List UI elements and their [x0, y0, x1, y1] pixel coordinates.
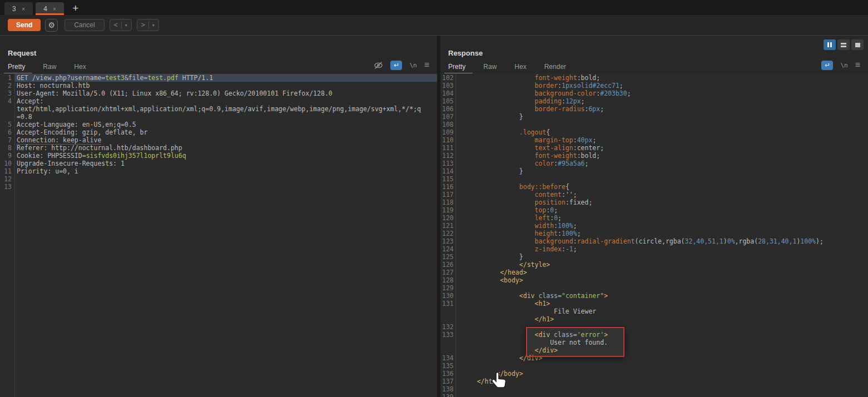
code-line[interactable]: 133 <div class='error'>: [440, 331, 868, 339]
repeater-tab-3[interactable]: 3 ×: [4, 2, 33, 15]
code-line[interactable]: 6Accept-Encoding: gzip, deflate, br: [0, 128, 437, 136]
code-line[interactable]: 2Host: nocturnal.htb: [0, 82, 437, 90]
line-number: 109: [440, 128, 455, 136]
code-line[interactable]: 3User-Agent: Mozilla/5.0 (X11; Linux x86…: [0, 90, 437, 97]
tab-request-raw[interactable]: Raw: [43, 63, 56, 75]
request-view-tabs: Pretty Raw Hex: [8, 63, 437, 75]
line-number: 11: [0, 167, 14, 175]
code-line[interactable]: </h1>: [440, 315, 868, 323]
code-line[interactable]: 113 color:#95a5a6;: [440, 160, 868, 167]
eye-slash-icon[interactable]: [374, 61, 383, 70]
burp-repeater-window: { "colors": { "accent": "#e0622d", "erro…: [0, 0, 868, 397]
columns-glyph: [830, 42, 832, 47]
code-line[interactable]: 10Upgrade-Insecure-Requests: 1: [0, 160, 437, 167]
cancel-button[interactable]: Cancel: [65, 19, 104, 31]
code-line[interactable]: 13: [0, 183, 437, 191]
code-line[interactable]: 118 position:fixed;: [440, 198, 868, 206]
close-tab-icon[interactable]: ×: [53, 6, 56, 12]
request-editor[interactable]: 1GET /view.php?username=test3&file=test.…: [0, 73, 437, 397]
send-button[interactable]: Send: [8, 19, 41, 31]
code-line[interactable]: 103 border:1pxsolid#2ecc71;: [440, 82, 868, 90]
single-panel-layout-button[interactable]: [851, 39, 864, 50]
code-line[interactable]: 112 font-weight:bold;: [440, 152, 868, 160]
code-line[interactable]: 1GET /view.php?username=test3&file=test.…: [0, 74, 437, 82]
code-line[interactable]: 128 <body>: [440, 276, 868, 284]
code-line[interactable]: 136 </body>: [440, 370, 868, 378]
code-line[interactable]: 115: [440, 175, 868, 183]
code-line[interactable]: 11Priority: u=0, i: [0, 167, 437, 175]
code-line[interactable]: 117 content:'';: [440, 191, 868, 198]
line-number: 122: [440, 230, 455, 237]
code-line[interactable]: 111 text-align:center;: [440, 144, 868, 152]
response-editor[interactable]: 102 font-weight:bold;103 border:1pxsolid…: [440, 73, 868, 397]
repeater-tab-4[interactable]: 4 ×: [36, 2, 64, 15]
code-line[interactable]: 5Accept-Language: en-US,en;q=0.5: [0, 121, 437, 128]
code-line[interactable]: 131 <h1>: [440, 300, 868, 307]
code-line[interactable]: 107 }: [440, 113, 868, 121]
code-line[interactable]: text/html,application/xhtml+xml,applicat…: [0, 105, 437, 113]
soft-wrap-icon[interactable]: ↵: [821, 61, 833, 70]
code-line[interactable]: 104 background-color:#203b30;: [440, 90, 868, 97]
code-line[interactable]: 124 z-index:-1;: [440, 245, 868, 253]
code-line[interactable]: 134 </div>: [440, 354, 868, 362]
line-number: [440, 339, 455, 346]
code-line[interactable]: 137 </html>: [440, 378, 868, 385]
layout-switcher: [824, 39, 864, 50]
tab-request-pretty[interactable]: Pretty: [8, 63, 25, 75]
code-line[interactable]: 110 margin-top:40px;: [440, 136, 868, 144]
code-line[interactable]: 123 background:radial-gradient(circle,rg…: [440, 237, 868, 245]
tab-response-pretty[interactable]: Pretty: [448, 63, 465, 75]
code-line[interactable]: 129: [440, 284, 868, 292]
code-line[interactable]: 120 left:0;: [440, 214, 868, 222]
editor-menu-icon[interactable]: ≡: [424, 60, 429, 70]
line-number: 9: [0, 152, 14, 160]
tab-response-hex[interactable]: Hex: [514, 63, 526, 75]
code-line[interactable]: 114 }: [440, 167, 868, 175]
side-by-side-layout-button[interactable]: [824, 39, 836, 50]
tab-response-render[interactable]: Render: [544, 63, 566, 75]
add-tab-icon[interactable]: +: [72, 3, 78, 13]
code-line[interactable]: 109 .logout{: [440, 128, 868, 136]
editor-menu-icon[interactable]: ≡: [855, 60, 860, 70]
back-history-button[interactable]: < ▾: [110, 19, 132, 31]
code-line[interactable]: 12: [0, 175, 437, 183]
forward-arrow: >: [141, 21, 145, 29]
code-line[interactable]: 7Connection: keep-alive: [0, 136, 437, 144]
code-line[interactable]: 116 body::before{: [440, 183, 868, 191]
soft-wrap-icon[interactable]: ↵: [390, 61, 402, 70]
code-line[interactable]: 126 </style>: [440, 261, 868, 269]
code-line[interactable]: 138: [440, 385, 868, 393]
chevron-down-icon[interactable]: ▾: [152, 23, 155, 28]
code-line[interactable]: 8Referer: http://nocturnal.htb/dashboard…: [0, 144, 437, 152]
code-line[interactable]: 125 }: [440, 253, 868, 261]
code-line[interactable]: 108: [440, 121, 868, 128]
show-newlines-icon[interactable]: \n: [409, 62, 416, 69]
stacked-layout-button[interactable]: [837, 39, 850, 50]
code-line[interactable]: 127 </head>: [440, 269, 868, 276]
code-line[interactable]: 106 border-radius:6px;: [440, 105, 868, 113]
gutter-divider: [455, 73, 456, 397]
code-line[interactable]: 9Cookie: PHPSESSID=sisfvds0ihj357l1oprlt…: [0, 152, 437, 160]
show-newlines-icon[interactable]: \n: [840, 62, 847, 69]
code-line[interactable]: 119 top:0;: [440, 206, 868, 214]
code-line[interactable]: 102 font-weight:bold;: [440, 74, 868, 82]
code-line[interactable]: =0.8: [0, 113, 437, 121]
code-line[interactable]: 139: [440, 393, 868, 397]
code-line[interactable]: </div>: [440, 346, 868, 354]
close-tab-icon[interactable]: ×: [22, 6, 25, 12]
forward-history-button[interactable]: > ▾: [137, 19, 159, 31]
code-line[interactable]: 122 height:100%;: [440, 230, 868, 237]
code-line[interactable]: 130 <div class="container">: [440, 292, 868, 300]
tab-response-raw[interactable]: Raw: [483, 63, 497, 75]
code-line[interactable]: 105 padding:12px;: [440, 97, 868, 105]
code-line[interactable]: 4Accept:: [0, 97, 437, 105]
chevron-down-icon[interactable]: ▾: [125, 23, 127, 28]
code-line[interactable]: 132: [440, 323, 868, 331]
code-line[interactable]: 135: [440, 362, 868, 370]
tab-request-hex[interactable]: Hex: [74, 63, 86, 75]
gear-icon[interactable]: ⚙: [45, 19, 58, 32]
line-number: 102: [440, 74, 455, 82]
code-line[interactable]: File Viewer: [440, 307, 868, 315]
code-line[interactable]: 121 width:100%;: [440, 222, 868, 230]
code-line[interactable]: User not found.: [440, 339, 868, 346]
